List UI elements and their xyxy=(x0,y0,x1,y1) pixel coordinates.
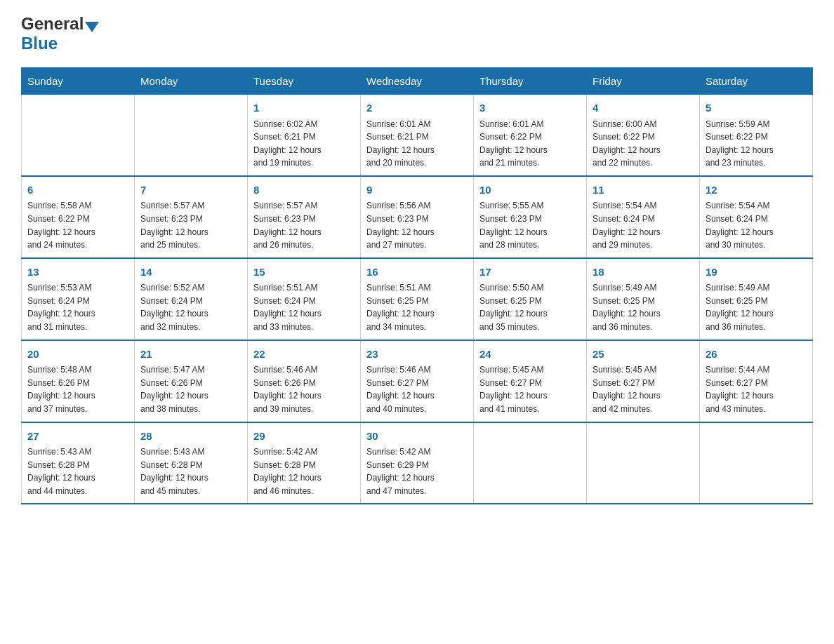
calendar-cell xyxy=(474,422,587,504)
logo-triangle-icon xyxy=(85,22,99,32)
calendar-cell: 27Sunrise: 5:43 AM Sunset: 6:28 PM Dayli… xyxy=(22,422,135,504)
day-info: Sunrise: 5:56 AM Sunset: 6:23 PM Dayligh… xyxy=(366,199,468,251)
calendar-cell: 24Sunrise: 5:45 AM Sunset: 6:27 PM Dayli… xyxy=(474,340,587,422)
day-number: 11 xyxy=(593,182,694,199)
calendar-cell: 16Sunrise: 5:51 AM Sunset: 6:25 PM Dayli… xyxy=(361,258,474,340)
day-number: 24 xyxy=(479,347,581,363)
day-number: 22 xyxy=(253,347,355,363)
calendar-week-row: 13Sunrise: 5:53 AM Sunset: 6:24 PM Dayli… xyxy=(22,258,813,340)
day-number: 8 xyxy=(253,182,355,199)
calendar-cell: 28Sunrise: 5:43 AM Sunset: 6:28 PM Dayli… xyxy=(135,422,248,504)
calendar-cell: 22Sunrise: 5:46 AM Sunset: 6:26 PM Dayli… xyxy=(248,340,361,422)
calendar-cell: 23Sunrise: 5:46 AM Sunset: 6:27 PM Dayli… xyxy=(361,340,474,422)
day-info: Sunrise: 6:00 AM Sunset: 6:22 PM Dayligh… xyxy=(593,118,694,170)
day-info: Sunrise: 5:45 AM Sunset: 6:27 PM Dayligh… xyxy=(593,363,694,415)
calendar-cell: 19Sunrise: 5:49 AM Sunset: 6:25 PM Dayli… xyxy=(700,258,813,340)
calendar-cell: 21Sunrise: 5:47 AM Sunset: 6:26 PM Dayli… xyxy=(135,340,248,422)
day-number: 1 xyxy=(253,100,355,116)
calendar-cell: 18Sunrise: 5:49 AM Sunset: 6:25 PM Dayli… xyxy=(587,258,700,340)
logo-general-text: General xyxy=(21,14,84,34)
calendar-cell: 14Sunrise: 5:52 AM Sunset: 6:24 PM Dayli… xyxy=(135,258,248,340)
day-number: 23 xyxy=(366,347,468,363)
day-number: 25 xyxy=(593,347,694,363)
calendar-cell: 7Sunrise: 5:57 AM Sunset: 6:23 PM Daylig… xyxy=(135,176,248,258)
day-info: Sunrise: 5:48 AM Sunset: 6:26 PM Dayligh… xyxy=(27,363,128,415)
day-number: 21 xyxy=(140,347,241,363)
day-info: Sunrise: 5:45 AM Sunset: 6:27 PM Dayligh… xyxy=(479,363,581,415)
day-number: 2 xyxy=(366,100,468,116)
calendar-cell: 8Sunrise: 5:57 AM Sunset: 6:23 PM Daylig… xyxy=(248,176,361,258)
day-number: 30 xyxy=(366,429,468,445)
calendar-cell xyxy=(587,422,700,504)
day-number: 4 xyxy=(593,100,694,116)
column-header-tuesday: Tuesday xyxy=(248,68,361,95)
day-number: 9 xyxy=(366,182,468,199)
calendar-cell: 25Sunrise: 5:45 AM Sunset: 6:27 PM Dayli… xyxy=(587,340,700,422)
logo-blue-text: Blue xyxy=(21,34,58,53)
day-info: Sunrise: 5:59 AM Sunset: 6:22 PM Dayligh… xyxy=(706,118,807,170)
day-info: Sunrise: 5:55 AM Sunset: 6:23 PM Dayligh… xyxy=(479,199,581,251)
column-header-saturday: Saturday xyxy=(700,68,813,95)
day-info: Sunrise: 5:50 AM Sunset: 6:25 PM Dayligh… xyxy=(479,281,581,333)
day-info: Sunrise: 5:51 AM Sunset: 6:24 PM Dayligh… xyxy=(253,281,355,333)
calendar-table: SundayMondayTuesdayWednesdayThursdayFrid… xyxy=(21,67,813,504)
day-number: 12 xyxy=(706,182,807,199)
page-header: General Blue xyxy=(21,14,813,53)
day-number: 3 xyxy=(479,100,581,116)
day-info: Sunrise: 5:57 AM Sunset: 6:23 PM Dayligh… xyxy=(253,199,355,251)
day-info: Sunrise: 5:47 AM Sunset: 6:26 PM Dayligh… xyxy=(140,363,241,415)
calendar-cell: 17Sunrise: 5:50 AM Sunset: 6:25 PM Dayli… xyxy=(474,258,587,340)
day-number: 13 xyxy=(27,264,128,281)
day-info: Sunrise: 5:43 AM Sunset: 6:28 PM Dayligh… xyxy=(140,445,241,497)
calendar-cell xyxy=(135,95,248,176)
day-info: Sunrise: 5:46 AM Sunset: 6:27 PM Dayligh… xyxy=(366,363,468,415)
day-number: 29 xyxy=(253,429,355,445)
day-info: Sunrise: 5:42 AM Sunset: 6:29 PM Dayligh… xyxy=(366,445,468,497)
day-info: Sunrise: 5:42 AM Sunset: 6:28 PM Dayligh… xyxy=(253,445,355,497)
calendar-cell: 30Sunrise: 5:42 AM Sunset: 6:29 PM Dayli… xyxy=(361,422,474,504)
day-info: Sunrise: 5:49 AM Sunset: 6:25 PM Dayligh… xyxy=(706,281,807,333)
calendar-week-row: 6Sunrise: 5:58 AM Sunset: 6:22 PM Daylig… xyxy=(22,176,813,258)
day-info: Sunrise: 6:01 AM Sunset: 6:21 PM Dayligh… xyxy=(366,118,468,170)
calendar-cell: 3Sunrise: 6:01 AM Sunset: 6:22 PM Daylig… xyxy=(474,95,587,176)
day-info: Sunrise: 5:53 AM Sunset: 6:24 PM Dayligh… xyxy=(27,281,128,333)
calendar-cell: 26Sunrise: 5:44 AM Sunset: 6:27 PM Dayli… xyxy=(700,340,813,422)
calendar-cell: 13Sunrise: 5:53 AM Sunset: 6:24 PM Dayli… xyxy=(22,258,135,340)
calendar-week-row: 27Sunrise: 5:43 AM Sunset: 6:28 PM Dayli… xyxy=(22,422,813,504)
day-info: Sunrise: 5:54 AM Sunset: 6:24 PM Dayligh… xyxy=(593,199,694,251)
column-header-friday: Friday xyxy=(587,68,700,95)
day-info: Sunrise: 5:58 AM Sunset: 6:22 PM Dayligh… xyxy=(27,199,128,251)
day-number: 16 xyxy=(366,264,468,281)
day-info: Sunrise: 5:52 AM Sunset: 6:24 PM Dayligh… xyxy=(140,281,241,333)
day-info: Sunrise: 5:51 AM Sunset: 6:25 PM Dayligh… xyxy=(366,281,468,333)
calendar-cell: 11Sunrise: 5:54 AM Sunset: 6:24 PM Dayli… xyxy=(587,176,700,258)
calendar-cell: 10Sunrise: 5:55 AM Sunset: 6:23 PM Dayli… xyxy=(474,176,587,258)
calendar-cell: 6Sunrise: 5:58 AM Sunset: 6:22 PM Daylig… xyxy=(22,176,135,258)
logo: General Blue xyxy=(21,14,100,53)
calendar-cell: 9Sunrise: 5:56 AM Sunset: 6:23 PM Daylig… xyxy=(361,176,474,258)
day-info: Sunrise: 5:54 AM Sunset: 6:24 PM Dayligh… xyxy=(706,199,807,251)
day-number: 26 xyxy=(706,347,807,363)
day-number: 15 xyxy=(253,264,355,281)
calendar-cell: 5Sunrise: 5:59 AM Sunset: 6:22 PM Daylig… xyxy=(700,95,813,176)
calendar-cell: 1Sunrise: 6:02 AM Sunset: 6:21 PM Daylig… xyxy=(248,95,361,176)
calendar-header-row: SundayMondayTuesdayWednesdayThursdayFrid… xyxy=(22,68,813,95)
calendar-cell: 4Sunrise: 6:00 AM Sunset: 6:22 PM Daylig… xyxy=(587,95,700,176)
day-number: 18 xyxy=(593,264,694,281)
day-number: 20 xyxy=(27,347,128,363)
calendar-cell xyxy=(22,95,135,176)
day-number: 5 xyxy=(706,100,807,116)
day-number: 28 xyxy=(140,429,241,445)
column-header-wednesday: Wednesday xyxy=(361,68,474,95)
day-info: Sunrise: 5:43 AM Sunset: 6:28 PM Dayligh… xyxy=(27,445,128,497)
calendar-cell: 20Sunrise: 5:48 AM Sunset: 6:26 PM Dayli… xyxy=(22,340,135,422)
day-number: 10 xyxy=(479,182,581,199)
day-number: 6 xyxy=(27,182,128,199)
day-number: 17 xyxy=(479,264,581,281)
day-info: Sunrise: 5:46 AM Sunset: 6:26 PM Dayligh… xyxy=(253,363,355,415)
calendar-cell: 15Sunrise: 5:51 AM Sunset: 6:24 PM Dayli… xyxy=(248,258,361,340)
day-info: Sunrise: 6:01 AM Sunset: 6:22 PM Dayligh… xyxy=(479,118,581,170)
calendar-week-row: 20Sunrise: 5:48 AM Sunset: 6:26 PM Dayli… xyxy=(22,340,813,422)
day-number: 7 xyxy=(140,182,241,199)
day-info: Sunrise: 5:44 AM Sunset: 6:27 PM Dayligh… xyxy=(706,363,807,415)
